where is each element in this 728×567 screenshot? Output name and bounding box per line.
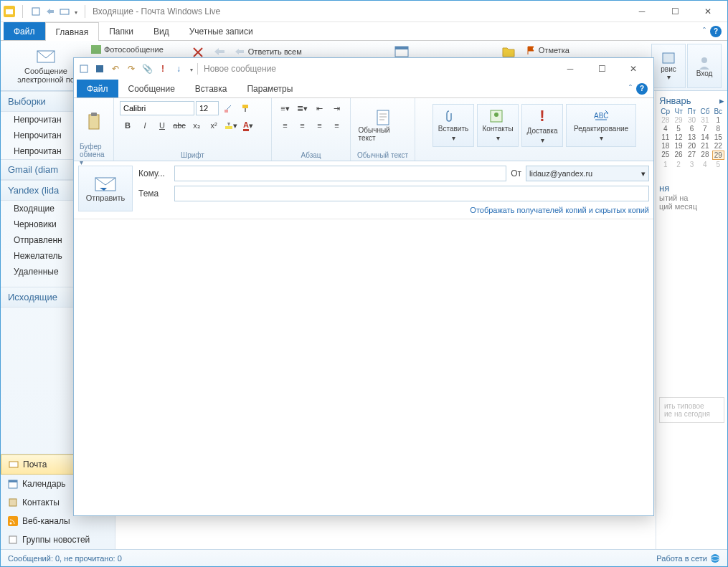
tab-file[interactable]: Файл xyxy=(4,22,45,40)
outdent-button[interactable]: ⇤ xyxy=(312,101,328,115)
qat-attach-icon[interactable]: 📎 xyxy=(141,63,153,75)
svg-rect-3 xyxy=(60,9,69,14)
qat-save-icon[interactable] xyxy=(94,63,105,75)
delivery-button[interactable]: !Доставка▾ xyxy=(521,104,563,147)
subject-input[interactable] xyxy=(174,186,649,201)
ribbon-collapse-icon[interactable]: ˆ xyxy=(703,27,706,37)
compose-tab-options[interactable]: Параметры xyxy=(237,80,303,97)
compose-close-button[interactable]: ✕ xyxy=(618,59,649,79)
svg-point-17 xyxy=(711,554,719,563)
main-minimize-button[interactable]: ─ xyxy=(625,1,658,22)
align-right-button[interactable]: ≡ xyxy=(312,118,328,133)
group-plaintext-label: Обычный текст xyxy=(357,150,408,161)
reply-all-button[interactable]: Ответить всем xyxy=(234,45,302,58)
align-justify-button[interactable]: ≡ xyxy=(329,118,345,133)
compose-help-icon[interactable]: ? xyxy=(636,83,648,95)
plaintext-button[interactable]: Обычный текст xyxy=(358,105,408,146)
photo-mail-button[interactable]: Фотосообщение xyxy=(91,45,164,54)
compose-header-fields: Отправить Кому... От lidauz@yandex.ru▾ Т… xyxy=(74,161,653,219)
main-close-button[interactable]: ✕ xyxy=(691,1,724,22)
from-select[interactable]: lidauz@yandex.ru▾ xyxy=(526,166,649,181)
compose-maximize-button[interactable]: ☐ xyxy=(586,59,618,79)
compose-tab-file[interactable]: Файл xyxy=(77,80,118,97)
show-cc-bcc-link[interactable]: Отображать получателей копий и скрытых к… xyxy=(138,206,649,214)
folder-ribbon-icon[interactable] xyxy=(501,45,516,58)
superscript-button[interactable]: x² xyxy=(206,118,222,133)
qat-priority-low-icon[interactable]: ↓ xyxy=(173,63,184,75)
compose-ribbon: Буфер обмена ▾ B I U abc x₂ x² ▾ xyxy=(74,98,653,161)
tab-accounts[interactable]: Учетные записи xyxy=(179,22,263,40)
svg-rect-20 xyxy=(96,65,103,72)
highlight-button[interactable]: ▾ xyxy=(223,118,239,133)
svg-point-32 xyxy=(494,113,498,117)
paste-button[interactable] xyxy=(80,101,108,141)
calendar-ribbon-icon[interactable] xyxy=(394,45,410,58)
main-titlebar: Входящие - Почта Windows Live ─ ☐ ✕ xyxy=(1,1,727,22)
indent-button[interactable]: ⇥ xyxy=(329,101,345,115)
calendar-grid: СрЧтПтСбВс 282930311 45678 1112131415 18… xyxy=(659,108,724,168)
qat-reply-icon[interactable] xyxy=(44,6,56,17)
clear-format-button[interactable] xyxy=(220,101,236,115)
qat-redo-icon[interactable]: ↷ xyxy=(126,63,137,75)
delete-icon[interactable] xyxy=(191,45,205,58)
svg-text:ABC: ABC xyxy=(594,112,609,120)
compose-tab-message[interactable]: Сообщение xyxy=(118,80,185,97)
font-size-select[interactable] xyxy=(196,101,219,115)
compose-title: Новое сообщение xyxy=(204,64,276,74)
italic-button[interactable]: I xyxy=(137,118,153,133)
bullets-button[interactable]: ≡▾ xyxy=(278,101,293,115)
tab-home[interactable]: Главная xyxy=(45,22,100,41)
online-icon xyxy=(710,553,720,563)
compose-body[interactable] xyxy=(74,219,653,515)
font-color-button[interactable]: A▾ xyxy=(240,118,256,133)
tab-view[interactable]: Вид xyxy=(143,22,179,40)
compose-ribbon-collapse[interactable]: ˆ xyxy=(629,84,632,94)
svg-point-9 xyxy=(701,57,707,63)
help-icon[interactable]: ? xyxy=(710,26,722,37)
qat-undo-icon[interactable]: ↶ xyxy=(110,63,121,75)
format-painter-button[interactable] xyxy=(237,101,253,115)
svg-rect-27 xyxy=(377,110,389,125)
svg-rect-12 xyxy=(9,480,17,482)
underline-button[interactable]: U xyxy=(154,118,170,133)
font-name-select[interactable] xyxy=(120,101,194,115)
cal-next-icon[interactable]: ▸ xyxy=(719,95,724,106)
bold-button[interactable]: B xyxy=(120,118,136,133)
editing-button[interactable]: ABCРедактирование▾ xyxy=(566,104,636,147)
insert-button[interactable]: Вставить▾ xyxy=(432,104,474,147)
subscript-button[interactable]: x₂ xyxy=(189,118,204,133)
svg-rect-21 xyxy=(89,115,99,129)
qat-priority-high-icon[interactable]: ! xyxy=(157,63,169,75)
qat-customize-icon[interactable] xyxy=(189,64,193,74)
main-ribbon-tabs: Файл Главная Папки Вид Учетные записи ˆ … xyxy=(1,22,727,41)
send-button[interactable]: Отправить xyxy=(78,166,133,211)
align-center-button[interactable]: ≡ xyxy=(295,118,311,133)
qat-customize[interactable] xyxy=(73,6,77,16)
qat-new-icon[interactable] xyxy=(30,6,42,17)
numbering-button[interactable]: ≣▾ xyxy=(295,101,311,115)
compose-window: ↶ ↷ 📎 ! ↓ Новое сообщение ─ ☐ ✕ Файл Соо… xyxy=(73,57,654,516)
today-hint[interactable]: ить типовое ие на сегодня xyxy=(659,397,724,423)
qat-paste-icon[interactable] xyxy=(78,63,90,75)
service-button[interactable]: рвис▾ xyxy=(651,44,686,88)
nav-newsgroups[interactable]: Группы новостей xyxy=(1,530,115,549)
flag-button[interactable]: Отметка xyxy=(526,45,569,55)
contacts-button[interactable]: Контакты▾ xyxy=(477,104,519,147)
to-input[interactable] xyxy=(174,166,506,181)
compose-minimize-button[interactable]: ─ xyxy=(554,59,586,79)
calendar-pane: Январь ▸ СрЧтПтСбВс 282930311 45678 1112… xyxy=(656,91,727,549)
compose-titlebar: ↶ ↷ 📎 ! ↓ Новое сообщение ─ ☐ ✕ xyxy=(74,58,653,80)
compose-tab-insert[interactable]: Вставка xyxy=(185,80,237,97)
reply-icon[interactable] xyxy=(212,45,227,58)
cal-month: Январь xyxy=(659,95,691,106)
main-maximize-button[interactable]: ☐ xyxy=(658,1,691,22)
align-left-button[interactable]: ≡ xyxy=(278,118,293,133)
qat-sendrecv-icon[interactable] xyxy=(59,6,70,17)
compose-ribbon-tabs: Файл Сообщение Вставка Параметры ˆ ? xyxy=(74,80,653,98)
login-button[interactable]: Вход xyxy=(687,44,722,88)
tab-folders[interactable]: Папки xyxy=(99,22,143,40)
strike-button[interactable]: abc xyxy=(171,118,187,133)
main-title: Входящие - Почта Windows Live xyxy=(93,6,220,16)
svg-rect-22 xyxy=(91,113,97,116)
to-label[interactable]: Кому... xyxy=(138,168,170,178)
